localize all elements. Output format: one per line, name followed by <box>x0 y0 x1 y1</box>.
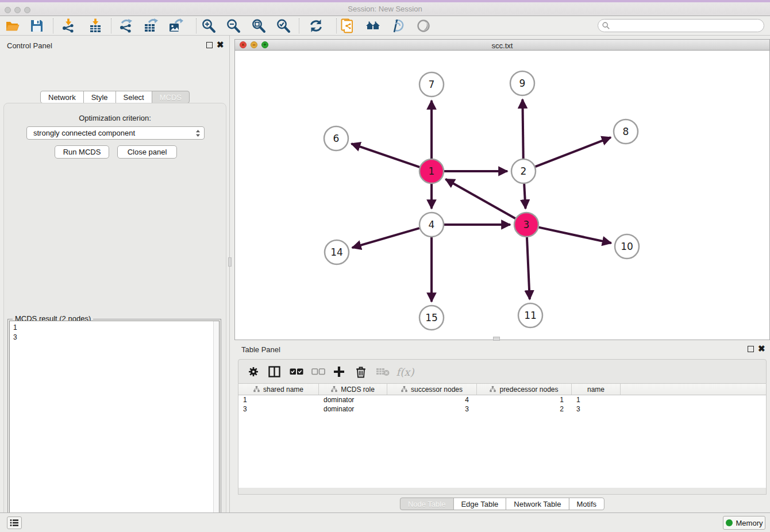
network-canvas[interactable]: 7968124314101511 <box>235 51 769 340</box>
edge-3-to-11[interactable] <box>527 237 530 299</box>
graph-node-3[interactable]: 3 <box>514 213 538 237</box>
graph-node-14[interactable]: 14 <box>325 240 349 264</box>
tab-network-table[interactable]: Network Table <box>506 498 569 510</box>
table-cell: 1 <box>477 395 572 404</box>
delete-column-icon[interactable] <box>375 365 390 379</box>
tab-style[interactable]: Style <box>83 91 116 103</box>
delete-row-icon[interactable] <box>354 365 368 379</box>
network-window: × − + scc.txt 7968124314101511 <box>234 39 770 340</box>
table-row[interactable]: 1dominator411 <box>238 395 766 404</box>
graph-node-9[interactable]: 9 <box>510 71 534 95</box>
new-network-from-selection-icon[interactable] <box>340 18 355 33</box>
table-cell: 3 <box>572 404 621 414</box>
table-toolbar: f(x) <box>238 359 767 384</box>
graph-node-11[interactable]: 11 <box>518 303 542 327</box>
edge-2-to-9[interactable] <box>522 99 523 159</box>
hide-selected-icon[interactable] <box>390 18 405 33</box>
vertical-splitter-handle[interactable] <box>228 257 232 267</box>
tab-select[interactable]: Select <box>116 91 152 103</box>
edge-2-to-8[interactable] <box>536 137 611 167</box>
svg-text:11: 11 <box>524 310 537 321</box>
close-panel-button[interactable]: Close panel <box>117 145 177 159</box>
table-header-row: shared nameMCDS rolesuccessor nodesprede… <box>238 384 766 395</box>
zoom-selected-icon[interactable] <box>276 18 291 33</box>
horizontal-splitter-handle[interactable] <box>493 337 500 341</box>
toolbar-separator <box>53 18 53 33</box>
edge-4-to-14[interactable] <box>352 228 419 248</box>
edge-3-to-1[interactable] <box>445 179 515 218</box>
hierarchy-icon <box>490 386 496 392</box>
graph-node-7[interactable]: 7 <box>419 72 444 97</box>
table-cell: 3 <box>238 404 319 414</box>
toolbar-separator <box>111 18 111 33</box>
mcds-result-text[interactable]: 13 <box>9 321 220 532</box>
export-network-icon[interactable] <box>118 18 133 33</box>
table-settings-icon[interactable] <box>247 365 260 379</box>
column-header-name[interactable]: name <box>572 384 621 395</box>
column-preferences-icon[interactable] <box>267 365 281 379</box>
graph-node-6[interactable]: 6 <box>324 126 348 151</box>
edge-1-to-6[interactable] <box>351 144 419 167</box>
select-all-icon[interactable] <box>289 365 304 379</box>
zoom-out-icon[interactable] <box>226 18 241 33</box>
run-mcds-button[interactable]: Run MCDS <box>55 145 109 159</box>
control-panel-float-icon[interactable] <box>206 42 213 48</box>
tab-motifs[interactable]: Motifs <box>568 498 605 510</box>
criterion-select-value: strongly connected component <box>33 129 195 137</box>
column-header-shared-name[interactable]: shared name <box>238 384 319 395</box>
task-history-button[interactable] <box>7 516 22 529</box>
add-row-icon[interactable] <box>332 365 346 379</box>
graph-node-1[interactable]: 1 <box>419 159 444 183</box>
edge-2-to-3[interactable] <box>524 184 525 209</box>
criterion-select[interactable]: strongly connected component <box>26 126 205 140</box>
search-input[interactable] <box>612 21 764 31</box>
node-table: shared nameMCDS rolesuccessor nodesprede… <box>238 384 767 488</box>
open-session-icon[interactable] <box>5 18 20 33</box>
table-panel-float-icon[interactable] <box>748 346 754 352</box>
tab-mcds[interactable]: MCDS <box>152 91 190 103</box>
column-header-successor-nodes[interactable]: successor nodes <box>387 384 477 395</box>
result-scrollbar[interactable] <box>213 321 219 532</box>
svg-text:2: 2 <box>521 165 527 177</box>
graph-node-2[interactable]: 2 <box>511 159 536 183</box>
export-image-icon[interactable] <box>168 18 183 33</box>
save-session-icon[interactable] <box>29 18 44 33</box>
tab-node-table[interactable]: Node Table <box>400 498 454 510</box>
network-window-titlebar[interactable]: × − + scc.txt <box>235 40 769 51</box>
unselect-all-icon[interactable] <box>311 365 326 379</box>
tab-edge-table[interactable]: Edge Table <box>453 498 506 510</box>
table-row[interactable]: 3dominator323 <box>238 404 766 414</box>
column-header-label: MCDS role <box>341 385 375 394</box>
svg-text:4: 4 <box>429 219 435 230</box>
control-panel: Control Panel ✖ NetworkStyleSelectMCDS O… <box>0 36 230 512</box>
graph-node-8[interactable]: 8 <box>614 119 638 144</box>
table-panel-title: Table Panel <box>241 345 280 354</box>
graph-node-15[interactable]: 15 <box>419 306 444 330</box>
refresh-icon[interactable] <box>309 18 324 33</box>
edge-3-to-10[interactable] <box>538 228 611 243</box>
control-panel-tabs: NetworkStyleSelectMCDS <box>40 91 190 103</box>
hierarchy-icon <box>253 386 260 392</box>
window-titlebar: Session: New Session <box>0 0 770 16</box>
column-header-mcds-role[interactable]: MCDS role <box>319 384 387 395</box>
tab-network[interactable]: Network <box>40 91 84 103</box>
first-neighbors-icon[interactable] <box>365 18 380 33</box>
function-builder-icon[interactable]: f(x) <box>395 365 415 379</box>
fit-content-icon[interactable] <box>251 18 266 33</box>
control-panel-close-icon[interactable]: ✖ <box>217 41 224 48</box>
show-all-icon[interactable] <box>416 18 431 33</box>
hierarchy-icon <box>331 386 337 392</box>
memory-button[interactable]: Memory <box>723 516 765 530</box>
table-panel-close-icon[interactable]: ✖ <box>758 345 765 352</box>
zoom-in-icon[interactable] <box>201 18 216 33</box>
graph-node-10[interactable]: 10 <box>615 234 639 259</box>
import-table-icon[interactable] <box>88 18 103 33</box>
column-header-predecessor-nodes[interactable]: predecessor nodes <box>477 384 572 395</box>
graph-node-4[interactable]: 4 <box>419 213 444 237</box>
svg-text:6: 6 <box>333 133 340 144</box>
export-table-icon[interactable] <box>143 18 158 33</box>
import-network-icon[interactable] <box>61 18 76 33</box>
memory-status-icon <box>726 519 733 526</box>
svg-text:15: 15 <box>425 312 438 323</box>
search-box[interactable] <box>598 19 764 32</box>
